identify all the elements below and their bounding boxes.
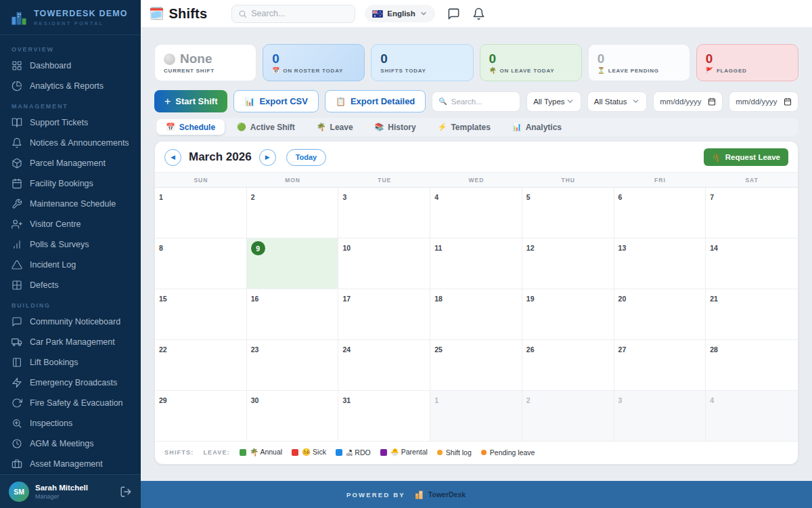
calendar-day-cell[interactable]: 20 (614, 289, 706, 340)
sidebar-item-polls-surveys[interactable]: Polls & Surveys (0, 234, 141, 255)
calendar-day-cell[interactable]: 4 (706, 391, 798, 442)
sidebar-item-community-noticeboard[interactable]: Community Noticeboard (0, 312, 141, 332)
calendar-day-cell[interactable]: 21 (706, 289, 798, 340)
sidebar-item-support-tickets[interactable]: Support Tickets (0, 112, 141, 133)
sidebar-item-label: Maintenance Schedule (30, 199, 116, 209)
calendar-day-cell[interactable]: 16 (247, 289, 339, 340)
calendar-day-cell[interactable]: 13 (614, 238, 706, 289)
tab-label: Analytics (526, 123, 562, 132)
calendar-day-cell[interactable]: 31 (338, 391, 430, 442)
calendar-day-cell[interactable]: 5 (522, 188, 614, 238)
sidebar-item-agm-meetings[interactable]: AGM & Meetings (0, 433, 141, 454)
calendar-icon[interactable] (784, 98, 792, 106)
calendar-day-cell[interactable]: 1 (430, 391, 522, 442)
notifications-bell-icon[interactable] (472, 7, 485, 20)
calendar-day-cell[interactable]: 12 (522, 238, 614, 289)
tab-active-shift[interactable]: 🟢Active Shift (227, 119, 304, 135)
sidebar-item-lift-bookings[interactable]: Lift Bookings (0, 352, 141, 373)
request-leave-button[interactable]: 🌴 Request Leave (704, 148, 788, 166)
filter-search-input[interactable] (451, 98, 514, 106)
calendar-icon[interactable] (708, 98, 716, 106)
logout-icon[interactable] (120, 486, 132, 498)
sidebar-item-defects[interactable]: Defects (0, 275, 141, 295)
export-csv-button[interactable]: 📊 Export CSV (233, 90, 319, 112)
sidebar-item-parcel-management[interactable]: Parcel Management (0, 153, 141, 173)
calendar-day-cell[interactable]: 27 (614, 340, 706, 391)
tab-schedule[interactable]: 📅Schedule (156, 119, 225, 135)
sidebar-item-label: Emergency Broadcasts (30, 378, 117, 387)
sidebar-item-visitor-centre[interactable]: Visitor Centre (0, 214, 141, 234)
calendar-day-cell[interactable]: 25 (430, 340, 522, 391)
status-filter-select[interactable]: All Status (587, 91, 647, 112)
filter-search[interactable]: 🔍 (432, 91, 520, 112)
sidebar-item-inspections[interactable]: Inspections (0, 413, 141, 433)
tab-templates[interactable]: ⚡Templates (428, 119, 500, 135)
global-search[interactable] (231, 5, 355, 23)
sidebar-item-car-park-management[interactable]: Car Park Management (0, 332, 141, 352)
next-month-button[interactable]: ▶ (259, 149, 276, 166)
tab-leave[interactable]: 🌴Leave (307, 119, 363, 135)
global-search-input[interactable] (251, 9, 348, 18)
calendar-day-cell[interactable]: 28 (706, 340, 798, 391)
calendar-day-cell[interactable]: 2 (522, 391, 614, 442)
calendar-day-cell[interactable]: 19 (522, 289, 614, 340)
calendar-day-cell[interactable]: 2 (247, 188, 339, 238)
day-number: 29 (159, 396, 167, 404)
calendar-day-cell[interactable]: 6 (614, 188, 706, 238)
tab-history[interactable]: 📚History (365, 119, 426, 135)
day-number: 6 (618, 193, 623, 201)
sidebar-item-notices-announcements[interactable]: Notices & Announcements (0, 133, 141, 153)
prev-month-button[interactable]: ◀ (164, 149, 181, 166)
day-header-sun: SUN (155, 173, 247, 187)
calendar-day-cell[interactable]: 8 (155, 238, 247, 289)
calendar-day-cell[interactable]: 15 (155, 289, 247, 340)
briefcase-icon (12, 459, 22, 469)
stat-icon: ⏳ (597, 67, 606, 74)
calendar-day-cell[interactable]: 29 (155, 391, 247, 442)
calendar-day-cell[interactable]: 3 (614, 391, 706, 442)
start-shift-button[interactable]: + Start Shift (154, 90, 227, 112)
sidebar-item-analytics-reports[interactable]: Analytics & Reports (0, 76, 141, 96)
rotate-cw-icon (12, 398, 22, 408)
calendar-day-cell[interactable]: 10 (338, 238, 430, 289)
sidebar-item-emergency-broadcasts[interactable]: Emergency Broadcasts (0, 373, 141, 393)
tab-icon: 📊 (512, 123, 522, 131)
sidebar-item-facility-bookings[interactable]: Facility Bookings (0, 173, 141, 194)
date-to-input[interactable]: mm/dd/yyyy (729, 91, 798, 112)
calendar-day-cell[interactable]: 3 (338, 188, 430, 238)
calendar-day-cell[interactable]: 1 (155, 188, 247, 238)
date-from-input[interactable]: mm/dd/yyyy (653, 91, 723, 112)
legend-swatch-icon (380, 449, 387, 456)
calendar-day-cell[interactable]: 4 (430, 188, 522, 238)
messages-icon[interactable] (447, 7, 460, 20)
calendar-day-cell[interactable]: 18 (430, 289, 522, 340)
sidebar-item-dashboard[interactable]: Dashboard (0, 56, 141, 76)
stat-card-current-shift: NoneCURRENT SHIFT (154, 44, 256, 81)
sidebar-item-label: AGM & Meetings (30, 439, 93, 448)
sidebar-item-maintenance-schedule[interactable]: Maintenance Schedule (0, 194, 141, 214)
calendar-day-cell[interactable]: 17 (338, 289, 430, 340)
type-filter-select[interactable]: All Types (526, 91, 581, 112)
day-number: 28 (710, 345, 718, 354)
calendar-day-cell[interactable]: 30 (247, 391, 339, 442)
calendar-day-cell-today[interactable]: 9 (247, 238, 339, 289)
search-icon: 🔍 (438, 98, 447, 105)
calendar-day-cell[interactable]: 22 (155, 340, 247, 391)
tab-analytics[interactable]: 📊Analytics (503, 119, 571, 135)
calendar-day-cell[interactable]: 14 (706, 238, 798, 289)
language-selector[interactable]: English (365, 5, 435, 22)
sidebar-item-label: Parcel Management (30, 158, 106, 168)
today-button[interactable]: Today (286, 149, 327, 166)
sidebar-item-fire-safety-evacuation[interactable]: Fire Safety & Evacuation (0, 393, 141, 413)
calendar-day-cell[interactable]: 24 (338, 340, 430, 391)
calendar-day-cell[interactable]: 26 (522, 340, 614, 391)
export-detailed-button[interactable]: 📋 Export Detailed (325, 90, 426, 112)
calendar-day-cell[interactable]: 11 (430, 238, 522, 289)
calendar-day-cell[interactable]: 7 (706, 188, 798, 238)
sidebar-item-asset-management[interactable]: Asset Management (0, 454, 141, 474)
sidebar-item-incident-log[interactable]: Incident Log (0, 255, 141, 275)
calendar-day-cell[interactable]: 23 (247, 340, 339, 391)
sidebar-item-label: Lift Bookings (30, 358, 78, 367)
package-icon (12, 158, 22, 169)
toolbar: + Start Shift 📊 Export CSV 📋 Export Deta… (154, 90, 798, 112)
